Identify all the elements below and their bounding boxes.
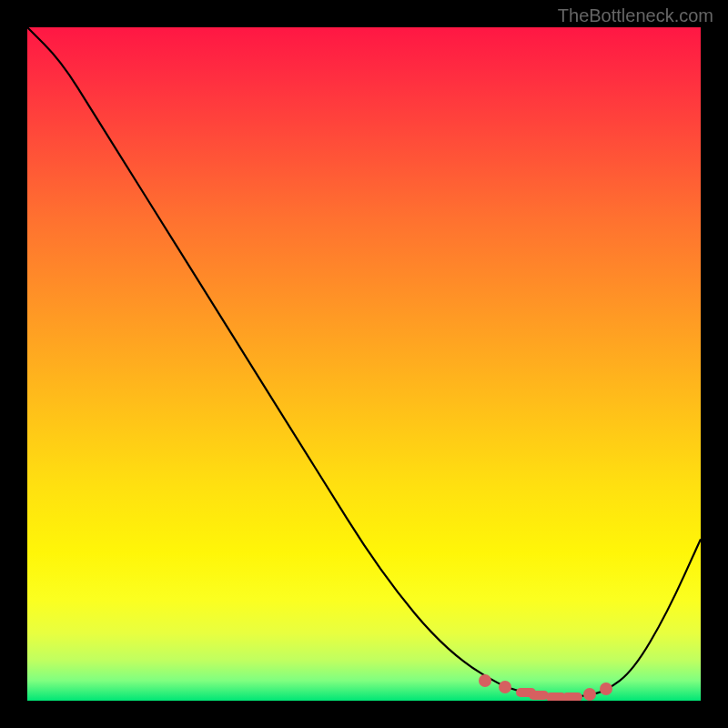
chart-plot-area <box>27 27 701 701</box>
optimal-marker <box>562 693 582 701</box>
optimal-marker <box>499 681 511 693</box>
optimal-marker <box>479 674 491 687</box>
optimal-marker <box>583 688 596 701</box>
curve-svg <box>27 27 701 701</box>
bottleneck-curve <box>27 27 701 697</box>
watermark-text: TheBottleneck.com <box>558 5 713 26</box>
optimal-marker <box>600 682 612 695</box>
